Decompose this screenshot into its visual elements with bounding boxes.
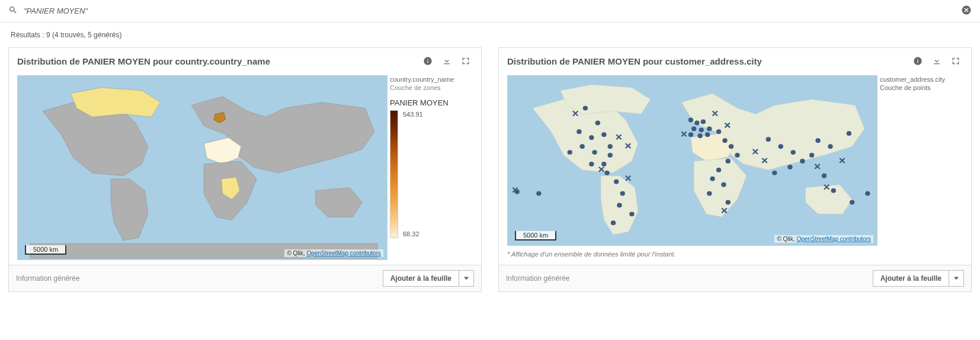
card-title: Distribution de PANIER MOYEN pour countr… <box>17 56 416 66</box>
legend: customer_address.city Couche de points <box>880 75 963 246</box>
svg-point-41 <box>779 144 783 149</box>
legend-dim: country.country_name <box>390 75 473 84</box>
search-input[interactable] <box>24 7 961 15</box>
expand-icon[interactable] <box>459 54 473 68</box>
card-header: Distribution de PANIER MOYEN pour custom… <box>499 48 971 69</box>
search-bar <box>0 0 980 23</box>
legend: country.country_name Couche de zones PAN… <box>390 75 473 260</box>
legend-measure: PANIER MOYEN <box>390 98 473 108</box>
svg-point-51 <box>831 188 836 193</box>
svg-point-7 <box>579 144 584 149</box>
svg-point-13 <box>604 171 609 175</box>
svg-point-28 <box>697 133 702 138</box>
card-header: Distribution de PANIER MOYEN pour countr… <box>9 48 481 69</box>
svg-point-16 <box>617 203 622 208</box>
svg-point-30 <box>716 129 721 134</box>
svg-point-45 <box>772 171 777 175</box>
svg-point-53 <box>865 191 870 196</box>
map-attribution: © Qlik, OpenStreetMap contributors <box>774 235 873 243</box>
download-icon[interactable] <box>440 54 454 68</box>
svg-point-25 <box>699 127 703 132</box>
card-footer: Information générée Ajouter à la feuille <box>9 265 481 291</box>
svg-point-1 <box>583 106 588 111</box>
svg-point-17 <box>629 211 634 216</box>
footnote: * Affichage d'un ensemble de données lim… <box>507 251 963 258</box>
svg-point-6 <box>608 144 613 149</box>
svg-point-34 <box>726 159 731 163</box>
svg-point-42 <box>790 150 795 155</box>
card-title: Distribution de PANIER MOYEN pour custom… <box>507 56 906 66</box>
add-to-sheet-dropdown[interactable] <box>459 271 473 286</box>
svg-point-12 <box>589 162 594 166</box>
add-to-sheet-group: Ajouter à la feuille <box>873 270 964 287</box>
footer-info: Information générée <box>16 274 383 283</box>
svg-point-39 <box>726 200 731 205</box>
svg-point-52 <box>850 200 854 205</box>
scale-bar: 5000 km <box>25 245 66 255</box>
add-to-sheet-group: Ajouter à la feuille <box>383 270 474 287</box>
info-icon[interactable] <box>421 54 435 68</box>
attribution-prefix: © Qlik, <box>777 236 796 242</box>
svg-point-37 <box>721 182 726 187</box>
svg-point-10 <box>608 153 613 158</box>
svg-point-46 <box>809 153 814 158</box>
gradient-bar <box>390 110 398 238</box>
svg-point-32 <box>729 144 734 149</box>
card-footer: Information générée Ajouter à la feuille <box>499 265 971 291</box>
footer-info: Information générée <box>506 274 873 283</box>
card-body: 5000 km © Qlik, OpenStreetMap contributo… <box>499 69 971 265</box>
svg-point-15 <box>620 191 625 196</box>
cards-row: Distribution de PANIER MOYEN pour countr… <box>0 45 980 294</box>
svg-point-44 <box>787 165 792 169</box>
results-summary: Résultats : 9 (4 trouvés, 5 générés) <box>0 23 980 45</box>
card-country: Distribution de PANIER MOYEN pour countr… <box>8 47 482 292</box>
svg-point-40 <box>766 137 771 142</box>
svg-point-22 <box>694 120 699 125</box>
legend-dim: customer_address.city <box>880 75 963 84</box>
svg-point-50 <box>822 174 827 178</box>
card-city: Distribution de PANIER MOYEN pour custom… <box>498 47 972 292</box>
svg-point-8 <box>568 150 572 155</box>
svg-point-11 <box>601 162 606 166</box>
svg-point-14 <box>614 179 619 184</box>
close-icon[interactable] <box>961 5 972 17</box>
attribution-prefix: © Qlik, <box>287 250 306 256</box>
osm-link[interactable]: OpenStreetMap contributors <box>796 236 871 242</box>
svg-point-29 <box>705 132 710 137</box>
osm-link[interactable]: OpenStreetMap contributors <box>306 250 381 256</box>
points-map[interactable]: 5000 km © Qlik, OpenStreetMap contributo… <box>507 75 877 246</box>
legend-layer: Couche de points <box>880 84 963 92</box>
expand-icon[interactable] <box>949 54 963 68</box>
svg-point-47 <box>815 138 820 143</box>
add-to-sheet-dropdown[interactable] <box>949 271 963 286</box>
search-icon <box>8 5 18 17</box>
legend-max: 543.91 <box>403 110 423 118</box>
svg-point-24 <box>691 126 696 131</box>
scale-bar: 5000 km <box>515 231 556 240</box>
gradient-labels: 543.91 68.32 <box>403 110 423 238</box>
choropleth-map[interactable]: 5000 km © Qlik, OpenStreetMap contributo… <box>17 75 387 260</box>
svg-point-31 <box>722 138 727 143</box>
svg-point-2 <box>595 120 600 125</box>
svg-point-27 <box>688 132 693 137</box>
svg-point-33 <box>735 153 739 158</box>
svg-point-43 <box>800 159 805 163</box>
add-to-sheet-button[interactable]: Ajouter à la feuille <box>873 271 949 286</box>
svg-point-3 <box>601 132 606 137</box>
svg-point-38 <box>707 191 712 196</box>
svg-point-26 <box>707 126 712 131</box>
svg-point-21 <box>688 118 693 123</box>
svg-point-4 <box>589 135 594 140</box>
svg-point-9 <box>592 150 597 155</box>
svg-point-18 <box>611 220 616 225</box>
svg-point-19 <box>536 191 541 196</box>
map-attribution: © Qlik, OpenStreetMap contributors <box>284 249 383 257</box>
info-icon[interactable] <box>911 54 925 68</box>
svg-point-5 <box>577 129 581 134</box>
card-body: 5000 km © Qlik, OpenStreetMap contributo… <box>9 69 481 265</box>
svg-point-48 <box>828 144 832 149</box>
svg-point-36 <box>710 177 715 181</box>
add-to-sheet-button[interactable]: Ajouter à la feuille <box>383 271 459 286</box>
legend-layer: Couche de zones <box>390 84 473 92</box>
download-icon[interactable] <box>930 54 944 68</box>
